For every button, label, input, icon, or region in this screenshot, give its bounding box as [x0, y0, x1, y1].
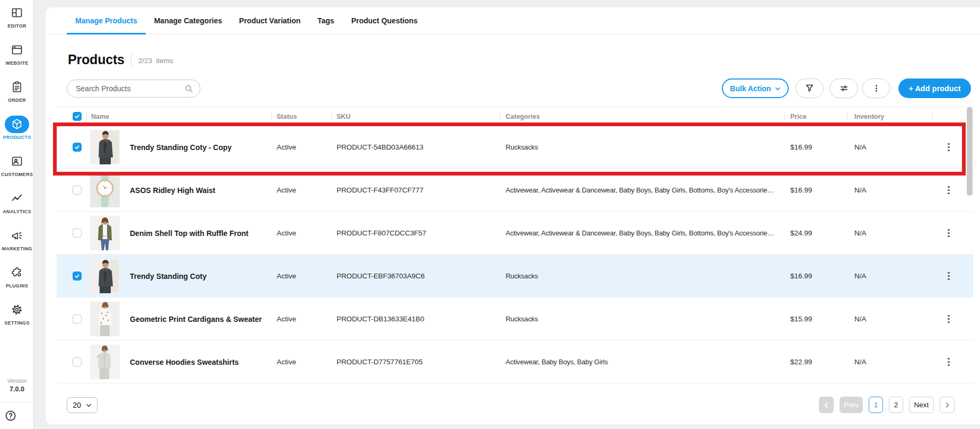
product-price: $16.99: [790, 255, 812, 297]
products-table: NameStatusSKUCategoriesPriceInventory Tr…: [57, 107, 973, 384]
product-name: Converse Hoodies Sweatshirts: [130, 340, 239, 383]
more-options-button[interactable]: [862, 78, 890, 98]
column-header-price: Price: [790, 107, 807, 126]
sidebar-item-settings[interactable]: SETTINGS: [0, 297, 34, 334]
row-actions-menu[interactable]: [941, 169, 956, 212]
sidebar-item-analytics[interactable]: ANALYTICS: [0, 186, 34, 223]
product-inventory: N/A: [854, 340, 867, 383]
page-size-select[interactable]: 20: [67, 397, 98, 413]
row-actions-menu[interactable]: [941, 212, 956, 255]
search-icon: [184, 84, 193, 93]
content-card: Manage ProductsManage CategoriesProduct …: [46, 7, 980, 424]
search-box[interactable]: [67, 80, 200, 98]
sidebar-item-customers[interactable]: CUSTOMERS: [0, 148, 34, 186]
bulk-action-button[interactable]: Bulk Action: [722, 78, 789, 98]
product-inventory: N/A: [854, 212, 867, 255]
display-options-button[interactable]: [829, 78, 858, 98]
table-row: Converse Hoodies Sweatshirts Active PROD…: [57, 340, 973, 383]
table-header: NameStatusSKUCategoriesPriceInventory: [57, 107, 973, 126]
customers-icon: [11, 155, 23, 168]
row-checkbox[interactable]: [73, 314, 82, 323]
pagination-last-button[interactable]: [940, 397, 955, 413]
editor-icon: [11, 6, 23, 19]
row-actions-menu[interactable]: [941, 255, 956, 297]
help-button[interactable]: [11, 409, 23, 422]
select-all-checkbox[interactable]: [73, 112, 82, 121]
row-actions-menu[interactable]: [941, 297, 956, 340]
product-inventory: N/A: [854, 169, 867, 212]
column-header-name: Name: [91, 107, 109, 126]
version-label: Version: [0, 378, 34, 384]
plugins-icon: [11, 266, 23, 279]
sidebar-item-products[interactable]: PRODUCTS: [0, 111, 34, 148]
product-name: Trendy Standing Coty - Copy: [130, 126, 232, 169]
pagination-page-1[interactable]: 1: [869, 397, 883, 413]
add-product-button[interactable]: + Add product: [898, 78, 971, 98]
product-sku: PRODUCT-F43FF07CF777: [337, 169, 423, 212]
chevron-left-icon: [823, 402, 829, 408]
count-separator: [131, 54, 131, 66]
product-categories: Rucksacks: [506, 255, 784, 297]
row-checkbox[interactable]: [73, 186, 82, 195]
product-status: Active: [277, 169, 296, 212]
chevron-down-icon: [86, 402, 92, 408]
filter-button[interactable]: [796, 78, 824, 98]
version-number: 7.0.0: [0, 386, 34, 393]
sidebar-item-website[interactable]: WEBSITE: [0, 37, 34, 74]
product-status: Active: [277, 297, 296, 340]
kebab-menu-icon: [871, 83, 881, 93]
tab-product-questions[interactable]: Product Questions: [343, 7, 426, 34]
sidebar-version: Version 7.0.0: [0, 378, 34, 393]
title-row: Products 2/23 items: [68, 52, 173, 67]
sliders-icon: [839, 83, 849, 93]
pagination-first-button[interactable]: [819, 397, 834, 413]
row-checkbox[interactable]: [73, 229, 82, 238]
column-divider: [86, 112, 87, 121]
column-divider: [847, 112, 847, 121]
pagination-next-button[interactable]: Next: [909, 397, 934, 413]
row-checkbox[interactable]: [73, 357, 82, 366]
row-checkbox[interactable]: [73, 143, 82, 152]
scrollbar-thumb[interactable]: [967, 107, 973, 196]
column-header-status: Status: [277, 107, 297, 126]
sidebar-nav: EDITOR WEBSITE ORDER PRODUCTS CUSTOMERS …: [0, 0, 33, 334]
sidebar-item-plugins[interactable]: PLUGINS: [0, 260, 34, 297]
tab-manage-products[interactable]: Manage Products: [67, 7, 146, 34]
tab-tags[interactable]: Tags: [309, 7, 343, 34]
product-price: $16.99: [790, 169, 812, 212]
product-price: $22.99: [790, 340, 812, 383]
product-sku: PRODUCT-DB13633E41B0: [337, 297, 424, 340]
product-categories: Activewear, Activewear & Dancewear, Baby…: [506, 212, 784, 255]
sidebar-item-marketing[interactable]: MARKETING: [0, 223, 34, 260]
row-checkbox[interactable]: [73, 272, 82, 281]
product-thumbnail: [90, 173, 120, 207]
product-thumbnail: [90, 130, 120, 164]
pagination-page-2[interactable]: 2: [889, 397, 903, 413]
row-actions-menu[interactable]: [941, 340, 956, 383]
product-categories: Rucksacks: [506, 126, 784, 169]
tab-product-variation[interactable]: Product Variation: [231, 7, 309, 34]
column-header-categories: Categories: [506, 107, 540, 126]
product-sku: PRODUCT-D7757761E705: [337, 340, 422, 383]
table-row: Trendy Standing Coty Active PRODUCT-EBF3…: [57, 255, 973, 297]
page-title: Products: [68, 52, 125, 67]
sidebar-item-editor[interactable]: EDITOR: [0, 0, 34, 37]
row-actions-menu[interactable]: [941, 126, 956, 169]
tab-bar: Manage ProductsManage CategoriesProduct …: [46, 7, 980, 34]
pagination-prev-button[interactable]: Prev: [840, 397, 863, 413]
table-row: Denim Shell Top with Ruffle Front Active…: [57, 212, 973, 255]
product-inventory: N/A: [854, 126, 867, 169]
product-status: Active: [277, 126, 296, 169]
search-input[interactable]: [67, 84, 184, 93]
product-status: Active: [277, 340, 296, 383]
column-divider: [271, 112, 272, 121]
sidebar-item-order[interactable]: ORDER: [0, 74, 34, 111]
table-scrollbar[interactable]: [966, 107, 973, 384]
settings-icon: [11, 303, 23, 316]
column-header-inventory: Inventory: [854, 107, 884, 126]
website-icon: [11, 43, 23, 56]
product-thumbnail: [90, 302, 120, 336]
product-inventory: N/A: [854, 255, 867, 297]
product-name: ASOS Ridley High Waist: [130, 169, 215, 212]
tab-manage-categories[interactable]: Manage Categories: [146, 7, 231, 34]
